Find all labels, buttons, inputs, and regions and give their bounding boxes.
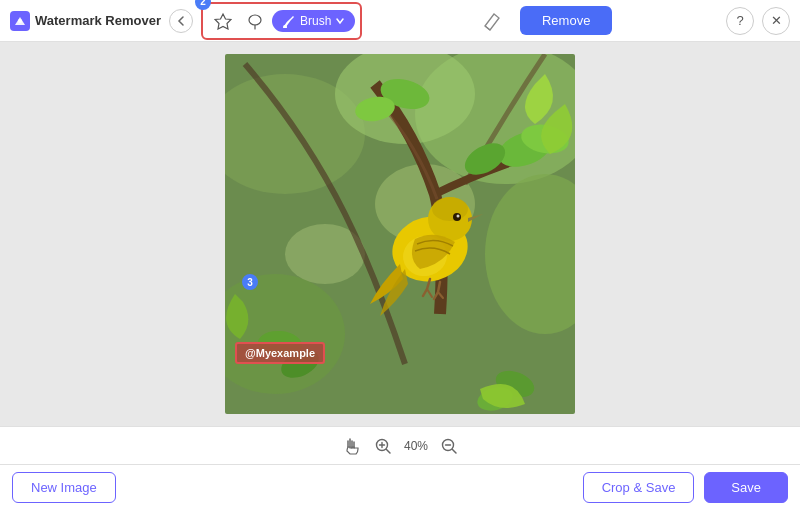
close-button[interactable]: ✕ — [762, 7, 790, 35]
eraser-icon — [481, 10, 503, 32]
zoom-percent: 40% — [404, 439, 428, 453]
svg-point-24 — [432, 197, 468, 221]
hand-tool-button[interactable] — [342, 436, 362, 456]
nav-back-button[interactable] — [169, 9, 193, 33]
back-icon — [175, 15, 187, 27]
svg-point-1 — [18, 19, 22, 23]
hand-icon — [342, 436, 362, 456]
image-container: 3 @Myexample — [225, 54, 575, 414]
polygon-icon — [214, 12, 232, 30]
app-logo: Watermark Remover — [10, 11, 161, 31]
app-logo-icon — [10, 11, 30, 31]
zoom-out-icon — [440, 437, 458, 455]
eraser-tool-button[interactable] — [476, 5, 508, 37]
zoom-bar: 40% — [0, 426, 800, 464]
title-bar-left: Watermark Remover 2 — [10, 2, 362, 40]
zoom-in-icon — [374, 437, 392, 455]
footer-bar: New Image Crop & Save Save — [0, 464, 800, 510]
lasso-tool-button[interactable] — [240, 7, 270, 35]
svg-point-26 — [457, 215, 460, 218]
polygon-tool-button[interactable] — [208, 7, 238, 35]
svg-point-2 — [249, 15, 261, 25]
brush-label: Brush — [300, 14, 331, 28]
badge-3: 3 — [242, 274, 258, 290]
help-button[interactable]: ? — [726, 7, 754, 35]
title-bar-center: Remove — [476, 5, 612, 37]
watermark-label: 3 @Myexample — [235, 342, 325, 364]
title-bar: Watermark Remover 2 — [0, 0, 800, 42]
brush-icon — [282, 14, 296, 28]
brush-tool-button[interactable]: Brush — [272, 10, 355, 32]
tool-group: 2 Brush — [201, 2, 362, 40]
canvas-area[interactable]: 3 @Myexample — [0, 42, 800, 426]
footer-right: Crop & Save Save — [583, 472, 788, 503]
title-bar-right: ? ✕ — [726, 7, 790, 35]
chevron-down-icon — [335, 16, 345, 26]
zoom-in-button[interactable] — [374, 437, 392, 455]
zoom-out-button[interactable] — [440, 437, 458, 455]
save-button[interactable]: Save — [704, 472, 788, 503]
crop-save-button[interactable]: Crop & Save — [583, 472, 695, 503]
remove-button[interactable]: Remove — [520, 6, 612, 35]
lasso-icon — [246, 12, 264, 30]
new-image-button[interactable]: New Image — [12, 472, 116, 503]
app-title: Watermark Remover — [35, 13, 161, 28]
